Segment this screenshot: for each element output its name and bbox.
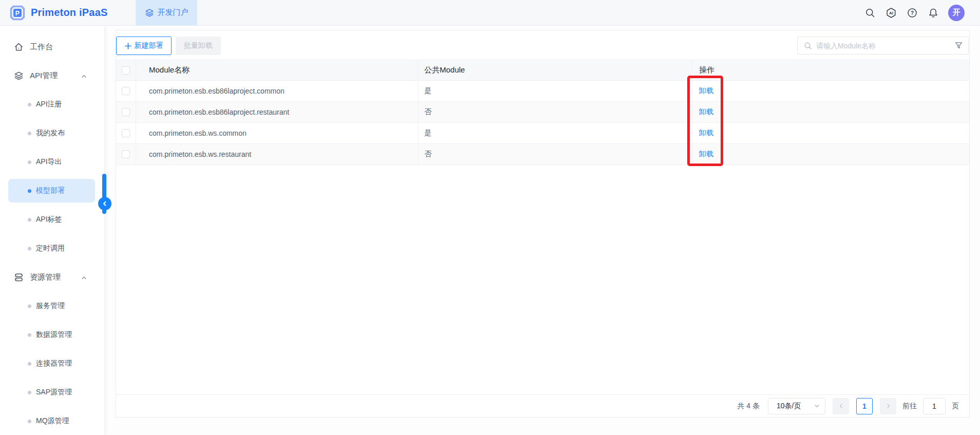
chevron-down-icon (814, 403, 820, 409)
column-divider (418, 102, 419, 122)
sidebar-item-label: 数据源管理 (36, 330, 72, 339)
sidebar-item-API标签[interactable]: API标签 (0, 205, 104, 234)
filter-funnel-icon[interactable] (954, 41, 963, 50)
brand-logo-area[interactable]: P Primeton iPaaS (0, 5, 136, 21)
sidebar-item-定时调用[interactable]: 定时调用 (0, 234, 104, 263)
table-row: com.primeton.esb.ws.restaurant否卸载 (116, 144, 969, 165)
svg-text:?: ? (911, 10, 914, 15)
sidebar-item-工作台[interactable]: 工作台 (0, 32, 104, 61)
row-checkbox[interactable] (122, 150, 130, 158)
row-checkbox[interactable] (122, 87, 130, 95)
tab-dev-portal-label: 开发门户 (158, 8, 189, 17)
module-name-cell: com.primeton.esb.ws.restaurant (149, 150, 251, 158)
table-body: com.primeton.esb.esb86laproject.common是卸… (116, 81, 969, 165)
new-deploy-button[interactable]: 新建部署 (116, 37, 172, 55)
sidebar-item-资源管理[interactable]: 资源管理 (0, 263, 104, 292)
module-table: Module名称 公共Module 操作 com.primeton.esb.es… (116, 60, 969, 165)
sidebar-item-数据源管理[interactable]: 数据源管理 (0, 320, 104, 349)
sidebar-item-label: API管理 (30, 71, 58, 81)
goto-page-input[interactable] (923, 398, 946, 414)
sidebar-collapse-button[interactable] (98, 197, 111, 210)
sidebar-item-连接器管理[interactable]: 连接器管理 (0, 349, 104, 378)
module-search-input[interactable] (816, 42, 954, 50)
column-divider (692, 81, 692, 101)
user-avatar[interactable]: 开 (948, 5, 965, 21)
unload-link[interactable]: 卸载 (699, 107, 713, 117)
sidebar-item-label: 连接器管理 (36, 359, 72, 368)
prev-page-button[interactable] (833, 398, 849, 414)
sidebar-item-服务管理[interactable]: 服务管理 (0, 292, 104, 320)
bullet-icon (28, 304, 31, 308)
chevron-up-icon (81, 74, 87, 79)
unload-link[interactable]: 卸载 (699, 129, 713, 138)
help-icon[interactable]: ? (906, 7, 918, 19)
table-header-row: Module名称 公共Module 操作 (116, 60, 969, 81)
batch-unload-label: 批量卸载 (184, 41, 213, 50)
column-divider (136, 60, 136, 80)
column-header-public-module: 公共Module (424, 65, 465, 75)
sidebar-item-我的发布[interactable]: 我的发布 (0, 119, 104, 148)
public-module-cell: 是 (424, 86, 431, 96)
row-checkbox[interactable] (122, 129, 130, 137)
column-divider (136, 81, 136, 101)
tab-dev-portal[interactable]: 开发门户 (136, 0, 197, 26)
unload-link[interactable]: 卸载 (699, 86, 713, 96)
current-page-button[interactable]: 1 (856, 398, 873, 414)
brand-name: Primeton iPaaS (31, 7, 108, 19)
column-divider (418, 144, 419, 165)
layers-icon (145, 8, 154, 17)
search-input-icon (804, 42, 812, 50)
app-root: P Primeton iPaaS 开发门户 (0, 0, 980, 435)
primeton-logo-icon: P (9, 5, 26, 21)
bullet-icon (28, 189, 31, 193)
bell-icon[interactable] (927, 7, 939, 19)
sidebar-item-label: API注册 (36, 100, 62, 109)
column-divider (692, 123, 692, 143)
layers-icon (13, 70, 24, 81)
header-actions: AI ? 开 (864, 5, 980, 21)
plus-icon (125, 43, 131, 49)
column-divider (418, 123, 419, 143)
top-header: P Primeton iPaaS 开发门户 (0, 0, 980, 26)
row-checkbox[interactable] (122, 108, 130, 116)
bullet-icon (28, 247, 31, 250)
sidebar-item-模型部署[interactable]: 模型部署 (0, 176, 104, 205)
module-name-cell: com.primeton.esb.esb86laproject.restaura… (149, 108, 289, 116)
sidebar-item-API管理[interactable]: API管理 (0, 61, 104, 90)
bullet-icon (28, 391, 31, 394)
column-header-actions: 操作 (699, 65, 714, 75)
database-icon (13, 272, 24, 282)
next-page-button[interactable] (880, 398, 896, 414)
ai-assistant-icon[interactable]: AI (885, 7, 897, 19)
bullet-icon (28, 103, 31, 106)
sidebar-item-label: 服务管理 (36, 301, 65, 311)
module-name-cell: com.primeton.esb.ws.common (149, 129, 247, 137)
page-size-select[interactable]: 10条/页 (768, 398, 825, 414)
column-divider (418, 81, 419, 101)
sidebar-item-label: SAP源管理 (36, 388, 72, 397)
sidebar-item-label: 资源管理 (30, 273, 61, 282)
module-search-box (797, 37, 969, 55)
sidebar-item-label: 定时调用 (36, 244, 65, 253)
public-module-cell: 否 (424, 107, 431, 117)
select-all-checkbox[interactable] (122, 66, 130, 75)
bullet-icon (28, 362, 31, 366)
bullet-icon (28, 132, 31, 135)
sidebar-nav: 工作台API管理API注册我的发布API导出模型部署API标签定时调用资源管理服… (0, 26, 105, 435)
unload-link[interactable]: 卸载 (699, 150, 713, 159)
goto-label: 前往 (902, 402, 917, 411)
column-divider (136, 123, 136, 143)
sidebar-item-API注册[interactable]: API注册 (0, 90, 104, 119)
page-unit-label: 页 (952, 402, 959, 411)
batch-unload-button[interactable]: 批量卸载 (176, 37, 221, 55)
sidebar-item-SAP源管理[interactable]: SAP源管理 (0, 378, 104, 407)
sidebar-item-label: API标签 (36, 215, 62, 224)
public-module-cell: 是 (424, 129, 431, 138)
bullet-icon (28, 160, 31, 164)
column-divider (418, 60, 419, 80)
bullet-icon (28, 218, 31, 222)
sidebar-item-API导出[interactable]: API导出 (0, 148, 104, 176)
chevron-up-icon (81, 275, 87, 281)
search-icon[interactable] (864, 7, 876, 19)
sidebar-item-MQ源管理[interactable]: MQ源管理 (0, 407, 104, 435)
